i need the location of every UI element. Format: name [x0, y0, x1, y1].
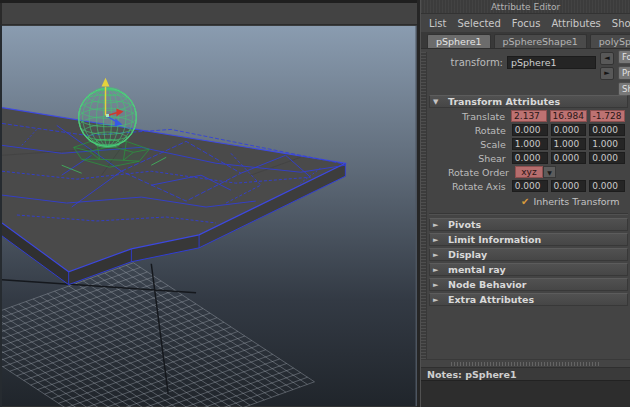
- translate-y-field[interactable]: 16.984: [550, 110, 587, 122]
- section-collapsed-icon: ►: [433, 236, 441, 244]
- attribute-editor-content: ▼ Transform Attributes Translate 2.137 1…: [421, 93, 630, 359]
- shear-z-field[interactable]: 0.000: [589, 152, 625, 164]
- section-pivots[interactable]: ► Pivots: [429, 218, 628, 231]
- rotate-axis-x-field[interactable]: 0.000: [512, 180, 548, 192]
- rotate-axis-z-field[interactable]: 0.000: [589, 180, 625, 192]
- rotate-label: Rotate: [429, 125, 512, 136]
- shear-label: Shear: [429, 153, 512, 164]
- tab-psphereshape1[interactable]: pSphereShape1: [494, 34, 587, 48]
- scale-x-field[interactable]: 1.000: [512, 138, 548, 150]
- shear-row: Shear 0.000 0.000 0.000: [429, 151, 628, 165]
- rotate-y-field[interactable]: 0.000: [551, 124, 587, 136]
- section-title: Limit Information: [448, 234, 541, 245]
- sphere-object[interactable]: [79, 88, 137, 148]
- scale-z-field[interactable]: 1.000: [589, 138, 625, 150]
- rotate-axis-label: Rotate Axis: [429, 181, 512, 192]
- attribute-editor-title: Attribute Editor: [421, 0, 630, 14]
- tab-psphere1[interactable]: pSphere1: [427, 34, 491, 48]
- section-collapsed-icon: ►: [433, 281, 441, 289]
- translate-x-field[interactable]: 2.137: [511, 110, 546, 122]
- menu-list[interactable]: List: [429, 18, 446, 29]
- notes-header: Notes: pSphere1: [421, 367, 630, 380]
- notes-resize-handle[interactable]: [451, 362, 601, 366]
- scale-label: Scale: [429, 139, 512, 150]
- viewport-toolbar: [0, 3, 417, 25]
- section-collapsed-icon: ►: [433, 296, 441, 304]
- notes-textarea[interactable]: [421, 380, 630, 407]
- dropdown-arrow-icon[interactable]: ▼: [543, 166, 556, 178]
- notes-resize-handle-row: [421, 359, 630, 367]
- section-transform-attributes[interactable]: ▼ Transform Attributes: [429, 95, 628, 108]
- section-title: Display: [448, 249, 487, 260]
- attribute-editor-panel: Attribute Editor List Selected Focus Att…: [421, 0, 630, 407]
- rotate-x-field[interactable]: 0.000: [512, 124, 548, 136]
- section-node-behavior[interactable]: ► Node Behavior: [429, 278, 628, 291]
- section-title: Extra Attributes: [448, 294, 534, 305]
- rotate-axis-y-field[interactable]: 0.000: [551, 180, 587, 192]
- rotate-order-row: Rotate Order xyz ▼: [429, 165, 628, 179]
- viewport-3d-scene[interactable]: [0, 25, 417, 407]
- transform-field-label: transform:: [421, 57, 507, 68]
- inherits-transform-row: ✔ Inherits Transform: [521, 195, 628, 207]
- nav-forward-button[interactable]: ►: [600, 67, 614, 80]
- translate-label: Translate: [429, 111, 511, 122]
- rotate-order-label: Rotate Order: [429, 167, 515, 178]
- shear-y-field[interactable]: 0.000: [551, 152, 587, 164]
- inherits-transform-label: Inherits Transform: [533, 196, 619, 207]
- rotate-axis-row: Rotate Axis 0.000 0.000 0.000: [429, 179, 628, 193]
- section-limit-information[interactable]: ► Limit Information: [429, 233, 628, 246]
- attribute-editor-header-row: transform: pSphere1 ◄ ► Focus Presets Sh…: [421, 49, 630, 93]
- section-collapsed-icon: ►: [433, 221, 441, 229]
- translate-z-field[interactable]: -1.728: [590, 110, 625, 122]
- shear-x-field[interactable]: 0.000: [512, 152, 548, 164]
- inherits-transform-checkbox[interactable]: ✔: [521, 196, 529, 207]
- maya-application-window: Attribute Editor List Selected Focus Att…: [0, 0, 630, 407]
- section-mental-ray[interactable]: ► mental ray: [429, 263, 628, 276]
- rotate-order-dropdown[interactable]: xyz: [515, 166, 543, 178]
- section-collapsed-icon: ►: [433, 251, 441, 259]
- attribute-editor-menubar: List Selected Focus Attributes Show Help: [421, 14, 630, 32]
- move-manipulator-center-handle: [106, 114, 109, 117]
- scale-y-field[interactable]: 1.000: [551, 138, 587, 150]
- viewport-panel: [0, 0, 417, 407]
- rotate-z-field[interactable]: 0.000: [589, 124, 625, 136]
- attribute-editor-tabbar: pSphere1 pSphereShape1 polySphere1 initi…: [421, 32, 630, 49]
- section-separator: [429, 213, 628, 215]
- menu-attributes[interactable]: Attributes: [551, 18, 600, 29]
- section-title: mental ray: [448, 264, 506, 275]
- presets-button[interactable]: Presets: [618, 66, 630, 80]
- transform-name-field[interactable]: pSphere1: [507, 56, 596, 69]
- section-title: Node Behavior: [448, 279, 527, 290]
- tab-polysphere1[interactable]: polySphere1: [590, 34, 630, 48]
- section-collapsed-icon: ►: [433, 266, 441, 274]
- section-expanded-icon: ▼: [433, 98, 441, 106]
- menu-show[interactable]: Show: [612, 18, 630, 29]
- section-extra-attributes[interactable]: ► Extra Attributes: [429, 293, 628, 306]
- section-display[interactable]: ► Display: [429, 248, 628, 261]
- nav-back-button[interactable]: ◄: [600, 52, 614, 65]
- scale-row: Scale 1.000 1.000 1.000: [429, 137, 628, 151]
- section-title: Transform Attributes: [448, 96, 560, 107]
- menu-selected[interactable]: Selected: [457, 18, 500, 29]
- translate-row: Translate 2.137 16.984 -1.728: [429, 109, 628, 123]
- section-title: Pivots: [448, 219, 481, 230]
- focus-button[interactable]: Focus: [618, 50, 630, 64]
- rotate-row: Rotate 0.000 0.000 0.000: [429, 123, 628, 137]
- attribute-editor-drag-strip[interactable]: [421, 52, 427, 359]
- menu-focus[interactable]: Focus: [512, 18, 541, 29]
